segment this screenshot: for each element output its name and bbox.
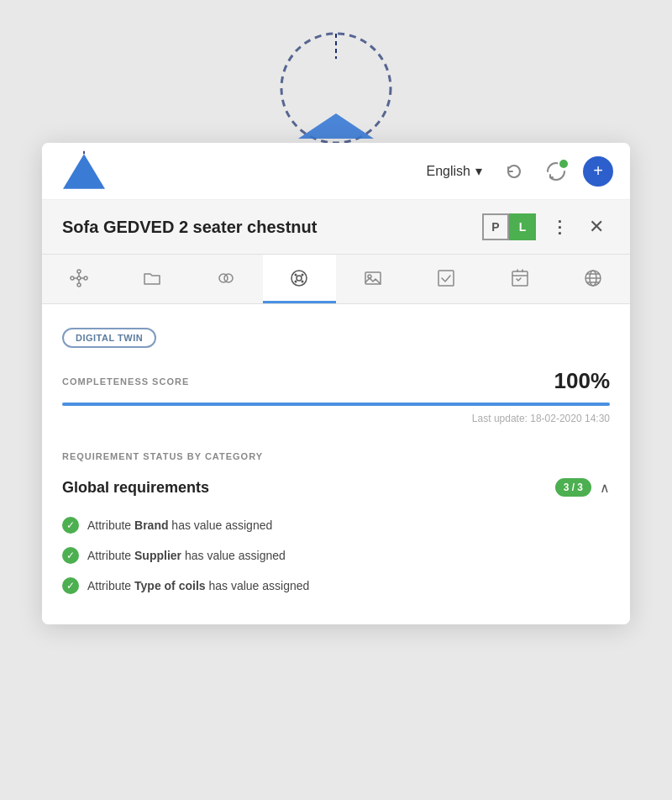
tab-network[interactable] (42, 255, 116, 303)
requirement-text-2: Attribute Supplier has value assigned (87, 549, 286, 562)
product-title: Sofa GEDVED 2 seater chestnut (62, 218, 472, 237)
color-icon (289, 268, 309, 288)
tab-folder[interactable] (116, 255, 190, 303)
requirement-item: ✓ Attribute Supplier has value assigned (62, 540, 610, 571)
requirement-text-3: Attribute Type of coils has value assign… (87, 579, 309, 592)
svg-point-8 (77, 270, 81, 273)
add-button[interactable]: + (583, 156, 613, 187)
svg-point-21 (302, 280, 304, 282)
tab-check[interactable] (410, 255, 484, 303)
svg-marker-1 (298, 113, 374, 139)
top-bar-icons: + (499, 156, 613, 187)
globe-icon (583, 268, 603, 288)
refresh-button[interactable] (499, 156, 529, 187)
svg-point-18 (295, 273, 297, 276)
completeness-score: 100% (554, 368, 611, 394)
sync-button[interactable] (541, 156, 571, 187)
logo-icon (59, 150, 109, 192)
network-icon (69, 268, 89, 288)
tab-color[interactable] (263, 255, 337, 303)
svg-point-15 (224, 274, 233, 282)
check-icon (436, 268, 456, 288)
language-chevron-icon: ▾ (475, 163, 482, 179)
requirement-text-1: Attribute Brand has value assigned (87, 518, 272, 532)
tab-globe[interactable] (557, 255, 631, 303)
add-icon: + (593, 161, 603, 181)
progress-bar-container (62, 403, 610, 406)
decorative-background (269, 17, 403, 164)
language-selector[interactable]: English ▾ (427, 163, 482, 179)
link-icon (216, 268, 236, 288)
completeness-section: COMPLETENESS SCORE 100% Last update: 18-… (62, 368, 610, 424)
svg-point-16 (291, 271, 307, 286)
svg-marker-3 (63, 154, 105, 189)
svg-point-19 (302, 273, 304, 276)
app-container: English ▾ + (42, 143, 630, 624)
language-label: English (427, 164, 470, 179)
variant-badges: P L (482, 213, 536, 240)
svg-point-6 (71, 276, 74, 280)
completeness-header: COMPLETENESS SCORE 100% (62, 368, 610, 394)
completeness-label: COMPLETENESS SCORE (62, 376, 189, 387)
tab-image[interactable] (336, 255, 410, 303)
more-options-button[interactable]: ⋮ (546, 213, 573, 240)
svg-point-7 (84, 276, 87, 280)
check-icon-3: ✓ (62, 577, 79, 594)
last-update: Last update: 18-02-2020 14:30 (62, 413, 610, 424)
requirement-item: ✓ Attribute Type of coils has value assi… (62, 571, 610, 601)
check-icon-1: ✓ (62, 517, 79, 534)
svg-point-9 (77, 283, 81, 287)
digital-twin-badge: DIGITAL TWIN (62, 328, 156, 348)
logo-area (59, 150, 109, 192)
requirements-section: REQUIREMENT STATUS BY CATEGORY Global re… (62, 451, 610, 601)
tab-link[interactable] (189, 255, 263, 303)
category-score-badge: 3 / 3 (555, 478, 591, 497)
content-area: DIGITAL TWIN COMPLETENESS SCORE 100% Las… (42, 304, 630, 624)
variant-p-badge[interactable]: P (482, 213, 509, 240)
check-icon-2: ✓ (62, 547, 79, 564)
svg-point-5 (77, 276, 81, 280)
category-title: Global requirements (62, 479, 209, 497)
svg-rect-24 (438, 271, 454, 286)
tab-calendar[interactable] (483, 255, 557, 303)
product-header: Sofa GEDVED 2 seater chestnut P L ⋮ ✕ (42, 200, 630, 255)
variant-l-badge[interactable]: L (509, 213, 536, 240)
collapse-button[interactable]: ∧ (600, 480, 610, 496)
refresh-icon (505, 162, 523, 181)
progress-bar-fill (62, 403, 610, 406)
folder-icon (142, 268, 162, 288)
category-header: Global requirements 3 / 3 ∧ (62, 478, 610, 497)
requirement-item: ✓ Attribute Brand has value assigned (62, 510, 610, 540)
svg-point-20 (295, 280, 297, 282)
svg-point-0 (281, 34, 391, 143)
tab-bar (42, 255, 630, 304)
close-button[interactable]: ✕ (583, 213, 610, 240)
sync-icon (547, 162, 565, 181)
requirements-label: REQUIREMENT STATUS BY CATEGORY (62, 451, 610, 461)
category-right: 3 / 3 ∧ (555, 478, 610, 497)
calendar-icon (510, 268, 530, 288)
image-icon (363, 268, 383, 288)
svg-point-17 (297, 276, 302, 281)
top-bar: English ▾ + (42, 143, 630, 200)
